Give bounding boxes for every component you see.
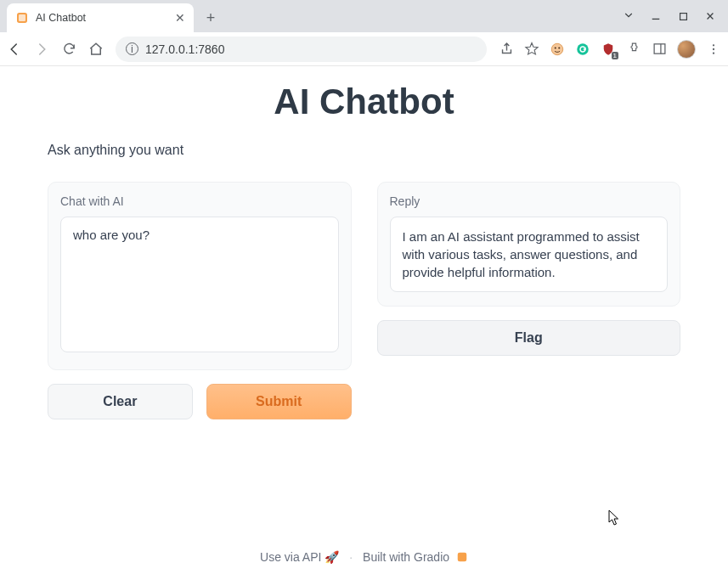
submit-button[interactable]: Submit bbox=[206, 384, 352, 419]
page-content: AI Chatbot Ask anything you want Chat wi… bbox=[0, 66, 728, 574]
flag-button[interactable]: Flag bbox=[377, 320, 681, 356]
svg-point-7 bbox=[577, 43, 589, 55]
svg-point-6 bbox=[558, 47, 560, 48]
window-maximize-icon[interactable] bbox=[677, 10, 689, 22]
footer-gradio-link[interactable]: Built with Gradio bbox=[363, 550, 468, 564]
rocket-icon: 🚀 bbox=[324, 550, 339, 564]
chrome-menu-icon[interactable] bbox=[706, 42, 721, 57]
new-tab-button[interactable]: + bbox=[199, 6, 223, 30]
profile-avatar[interactable] bbox=[677, 40, 696, 59]
share-icon[interactable] bbox=[499, 42, 514, 57]
browser-chrome: AI Chatbot ✕ + bbox=[0, 0, 728, 66]
reply-text: I am an AI assistant programmed to assis… bbox=[390, 217, 669, 292]
nav-reload-icon[interactable] bbox=[61, 42, 76, 57]
svg-point-5 bbox=[555, 47, 556, 48]
page-title: AI Chatbot bbox=[48, 82, 680, 122]
tab-strip: AI Chatbot ✕ + bbox=[0, 0, 728, 32]
tab-favicon-icon bbox=[15, 11, 29, 25]
svg-point-10 bbox=[713, 44, 714, 46]
nav-home-icon[interactable] bbox=[88, 42, 104, 57]
site-info-icon[interactable]: i bbox=[126, 42, 138, 55]
svg-rect-8 bbox=[654, 44, 665, 53]
tab-search-icon[interactable] bbox=[623, 9, 635, 24]
tab-close-icon[interactable]: ✕ bbox=[175, 11, 185, 25]
input-panel: Chat with AI bbox=[48, 182, 352, 370]
svg-point-11 bbox=[713, 48, 714, 49]
extension-shield-icon[interactable]: 1 bbox=[601, 42, 616, 57]
output-panel: Reply I am an AI assistant programmed to… bbox=[377, 182, 681, 307]
mouse-cursor-icon bbox=[608, 509, 620, 526]
footer: Use via API🚀 · Built with Gradio bbox=[0, 550, 728, 564]
footer-api-link[interactable]: Use via API🚀 bbox=[260, 550, 339, 564]
url-text: 127.0.0.1:7860 bbox=[145, 42, 224, 56]
svg-rect-13 bbox=[458, 553, 467, 562]
browser-toolbar: i 127.0.0.1:7860 1 bbox=[0, 32, 728, 66]
input-label: Chat with AI bbox=[60, 194, 339, 208]
footer-separator: · bbox=[349, 550, 353, 564]
page-subtitle: Ask anything you want bbox=[48, 143, 680, 158]
window-controls bbox=[623, 0, 728, 32]
address-bar[interactable]: i 127.0.0.1:7860 bbox=[116, 37, 487, 62]
output-column: Reply I am an AI assistant programmed to… bbox=[377, 182, 681, 356]
output-label: Reply bbox=[390, 194, 669, 208]
svg-point-4 bbox=[551, 43, 563, 55]
extension-grammarly-icon[interactable] bbox=[575, 42, 590, 57]
nav-forward-icon bbox=[34, 42, 49, 57]
svg-point-12 bbox=[713, 52, 714, 53]
extensions-puzzle-icon[interactable] bbox=[626, 42, 641, 57]
chat-input[interactable] bbox=[60, 217, 339, 352]
gradio-logo-icon bbox=[453, 550, 468, 564]
window-minimize-icon[interactable] bbox=[650, 10, 662, 22]
side-panel-icon[interactable] bbox=[652, 42, 667, 57]
svg-rect-3 bbox=[680, 13, 686, 20]
input-column: Chat with AI Clear Submit bbox=[48, 182, 352, 419]
browser-tab[interactable]: AI Chatbot ✕ bbox=[7, 3, 194, 32]
window-close-icon[interactable] bbox=[704, 10, 716, 22]
nav-back-icon[interactable] bbox=[7, 42, 22, 57]
extension-face-icon[interactable] bbox=[550, 42, 565, 57]
extension-badge: 1 bbox=[612, 52, 618, 59]
svg-rect-1 bbox=[19, 14, 25, 21]
tab-title: AI Chatbot bbox=[36, 12, 168, 24]
bookmark-star-icon[interactable] bbox=[524, 42, 539, 57]
clear-button[interactable]: Clear bbox=[48, 384, 193, 419]
